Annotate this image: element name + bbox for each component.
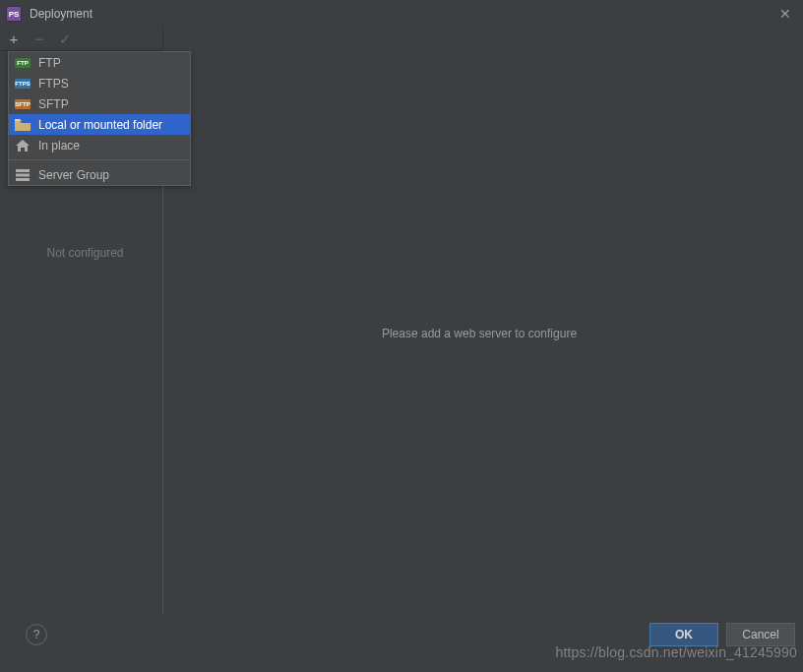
menu-item-label: FTPS	[38, 77, 69, 91]
menu-item-label: FTP	[38, 56, 61, 70]
add-button[interactable]: +	[6, 31, 22, 47]
menu-item-ftp[interactable]: FTP FTP	[9, 52, 190, 73]
svg-rect-1	[16, 173, 30, 176]
home-icon	[15, 139, 31, 153]
sftp-icon: SFTP	[15, 97, 31, 111]
menu-item-in-place[interactable]: In place	[9, 135, 190, 155]
titlebar: PS Deployment ✕	[0, 0, 803, 28]
remove-button[interactable]: −	[31, 31, 47, 47]
add-server-menu: FTP FTP FTPS FTPS SFTP SFTP Local or mou…	[8, 51, 191, 186]
menu-item-server-group[interactable]: Server Group	[9, 164, 190, 185]
menu-item-label: SFTP	[38, 97, 69, 111]
menu-item-label: Server Group	[38, 168, 109, 182]
folder-icon	[15, 118, 31, 132]
menu-separator	[9, 159, 190, 160]
sidebar-empty-label: Not configured	[8, 187, 162, 615]
menu-item-label: In place	[38, 139, 80, 153]
watermark: https://blog.csdn.net/weixin_41245990	[555, 644, 797, 660]
svg-rect-0	[16, 169, 30, 172]
svg-rect-2	[16, 178, 30, 181]
ftp-icon: FTP	[15, 56, 31, 70]
window-title: Deployment	[30, 7, 93, 21]
sidebar-toolbar: + − ✓	[0, 28, 163, 51]
ok-button[interactable]: OK	[649, 623, 718, 646]
main-panel: Please add a web server to configure	[163, 51, 795, 615]
menu-item-local-folder[interactable]: Local or mounted folder	[9, 114, 190, 135]
server-group-icon	[15, 168, 31, 182]
cancel-button[interactable]: Cancel	[726, 623, 795, 646]
main-placeholder: Please add a web server to configure	[382, 327, 577, 340]
check-button[interactable]: ✓	[57, 31, 73, 47]
menu-item-sftp[interactable]: SFTP SFTP	[9, 93, 190, 114]
menu-item-ftps[interactable]: FTPS FTPS	[9, 73, 190, 93]
ftps-icon: FTPS	[15, 77, 31, 91]
close-icon[interactable]: ✕	[773, 6, 797, 22]
menu-item-label: Local or mounted folder	[38, 118, 162, 132]
help-button[interactable]: ?	[26, 624, 47, 645]
app-icon: PS	[6, 6, 22, 22]
